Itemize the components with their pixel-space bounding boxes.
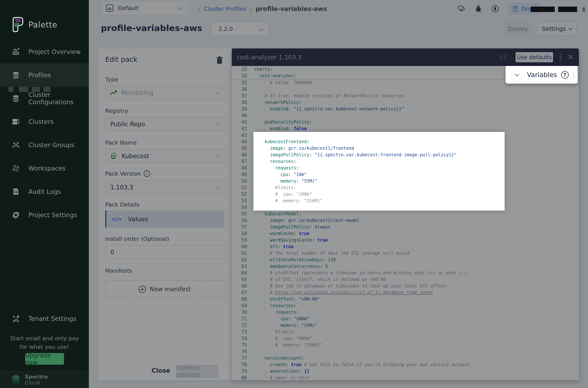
pack-name-label: Pack Name <box>105 139 137 146</box>
sidebar-item-project-overview[interactable]: Project Overview <box>0 40 89 63</box>
editor-header: cost-analyzer 1.103.3 Use defaults × <box>232 48 579 66</box>
code-line[interactable]: 64 # utcOffset represents a timezone in … <box>232 270 579 276</box>
help-icon[interactable]: ? <box>561 71 569 79</box>
pack-version-label: Pack Version i <box>105 170 150 177</box>
line-number: 66 <box>232 283 247 289</box>
sidebar-item-audit-logs[interactable]: Audit Logs <box>0 180 89 203</box>
code-area[interactable]: 35 # value: 10000003637 # If true, enabl… <box>232 79 579 380</box>
line-number: 57 <box>232 224 247 230</box>
new-manifest-button[interactable]: New manifest <box>105 280 225 298</box>
code-line[interactable]: 74 # cpu: "800m" <box>232 335 579 342</box>
close-button[interactable]: Close <box>152 367 170 374</box>
code-text: kubecostModel: <box>254 211 301 217</box>
sidebar-item-label: Audit Logs <box>28 188 61 195</box>
editor-menu-kebab-icon[interactable] <box>560 54 561 61</box>
code-line[interactable]: 69 resources: <box>232 302 579 309</box>
line-number: 35 <box>232 79 247 86</box>
code-line[interactable]: 40 <box>232 112 579 119</box>
variables-collapse-button[interactable] <box>511 69 522 80</box>
code-text: # The total number of days the ETL stora… <box>254 250 409 256</box>
code-line[interactable]: 73 #limits: <box>232 329 579 335</box>
delete-pack-trash-icon[interactable] <box>216 56 223 64</box>
code-line[interactable]: 60 etl: true <box>232 243 579 250</box>
type-label: Type <box>105 76 118 83</box>
project-selector[interactable]: Default <box>101 2 187 14</box>
help-compass-icon[interactable] <box>491 4 499 13</box>
code-line[interactable]: 62 etlStoreDurationDays: 120 <box>232 256 579 263</box>
line-number: 64 <box>232 270 247 276</box>
chevron-down-icon <box>216 154 220 158</box>
line-number: 65 <box>232 276 247 283</box>
upgrade-promo-text: Start small and only pay for what you us… <box>0 334 89 351</box>
line-number: 16 <box>232 73 247 79</box>
sidebar-item-clusters[interactable]: Clusters <box>0 110 89 133</box>
editor-scrollbar[interactable] <box>574 79 574 380</box>
code-line[interactable]: 55 kubecostModel: <box>232 211 579 217</box>
profile-version-value: 2.2.0 <box>218 25 233 32</box>
code-text: # value: 1000000 <box>254 79 312 86</box>
pack-details-values-item[interactable]: </> Values <box>105 210 225 228</box>
code-text: resources: <box>254 302 296 309</box>
feedback-chat-icon[interactable] <box>456 4 466 13</box>
code-line[interactable]: 67 # https://en.wikipedia.org/wiki/List_… <box>232 289 579 296</box>
spectro-cloud-logo-icon <box>11 374 21 385</box>
settings-button[interactable]: Settings <box>537 22 577 36</box>
variables-menu-kebab-icon[interactable] <box>573 72 574 78</box>
code-text: create: true # Set this to false if you'… <box>254 362 472 368</box>
code-line[interactable]: 78 create: true # Set this to false if y… <box>232 362 579 368</box>
code-line[interactable]: 71 cpu: "200m" <box>232 315 579 322</box>
code-line[interactable]: 38 networkPolicy: <box>232 99 579 106</box>
code-line[interactable]: 59 warmSavingsCache: true <box>232 237 579 243</box>
registry-select[interactable]: Public Repo <box>105 117 225 131</box>
code-line[interactable]: 76 <box>232 348 579 355</box>
project-overview-icon <box>12 48 20 56</box>
project-selector-value: Default <box>118 5 138 11</box>
upgrade-now-button[interactable]: Upgrade now <box>25 353 64 365</box>
code-line[interactable]: 41 podSecurityPolicy: <box>232 119 579 125</box>
code-text: requests: <box>254 165 299 171</box>
code-line[interactable]: 36 <box>232 86 579 93</box>
line-number: 56 <box>232 217 247 224</box>
install-order-input[interactable]: 0 <box>105 245 225 259</box>
use-defaults-button[interactable]: Use defaults <box>516 52 553 62</box>
code-line[interactable]: 66 # See the tz database of timezones to… <box>232 283 579 289</box>
breadcrumb-cluster-profiles-link[interactable]: Cluster Profiles <box>204 5 246 12</box>
diff-compare-icon[interactable] <box>499 53 507 61</box>
close-icon[interactable]: × <box>567 51 574 62</box>
sidebar-item-tenant-settings[interactable]: Tenant Settings <box>0 307 89 330</box>
sidebar-item-profiles[interactable]: Profiles <box>0 63 89 87</box>
code-line[interactable]: 80 # name: kc-test <box>232 375 579 380</box>
sidebar-item-cluster-groups[interactable]: Cluster Groups <box>0 133 89 157</box>
code-line[interactable]: 65 # of UTC, itself, which is defined as… <box>232 276 579 283</box>
code-line[interactable]: 57 imagePullPolicy: Always <box>232 224 579 230</box>
sidebar-item-workspaces[interactable]: Workspaces <box>0 157 89 180</box>
code-line[interactable]: 68 utcOffset: "+00:00" <box>232 296 579 302</box>
code-line[interactable]: 77 serviceAccount: <box>232 355 579 362</box>
code-icon: </> <box>112 216 122 222</box>
code-line[interactable]: 42 enabled: false <box>232 125 579 132</box>
code-line[interactable]: 63 maxQueryConcurrency: 5 <box>232 263 579 270</box>
code-text: utcOffset: "+00:00" <box>254 296 320 302</box>
code-line[interactable]: 61 # The total number of days the ETL st… <box>232 250 579 256</box>
profile-version-select[interactable]: 2.2.0 <box>211 22 269 36</box>
code-line[interactable]: 79 annotations: {} <box>232 368 579 375</box>
code-line[interactable]: 39 enabled: "{{.spectro.var.kubecost-net… <box>232 106 579 112</box>
confirm-updates-button[interactable]: Confirm Updates <box>176 365 219 378</box>
info-icon[interactable]: i <box>144 170 150 177</box>
code-line[interactable]: 72 memory: "55Mi" <box>232 322 579 329</box>
sidebar-item-cluster-configurations[interactable]: Cluster Configurations <box>0 87 89 110</box>
code-line[interactable]: 75 # memory: "256Mi" <box>232 342 579 348</box>
line-number: 39 <box>232 106 247 112</box>
manifests-label: Manifests <box>105 267 132 274</box>
pack-name-select[interactable]: Kubecost <box>105 149 225 163</box>
code-line[interactable]: 37 # If true, enable creation of Network… <box>232 93 579 99</box>
sidebar-item-project-settings[interactable]: Project Settings <box>0 203 89 227</box>
code-line[interactable]: 70 requests: <box>232 309 579 315</box>
deploy-button[interactable]: Deploy <box>504 22 531 36</box>
pack-version-select[interactable]: 1.103.3 <box>105 180 225 194</box>
code-line[interactable]: 46 imagePullPolicy: "{{.spectro.var.kube… <box>232 151 579 158</box>
bug-report-icon[interactable] <box>474 4 483 13</box>
pack-details-label: Pack Details <box>105 201 140 208</box>
code-line[interactable]: 56 image: gcr.io/kubecost1/cost-model <box>232 217 579 224</box>
code-line[interactable]: 58 warmCache: true <box>232 230 579 237</box>
